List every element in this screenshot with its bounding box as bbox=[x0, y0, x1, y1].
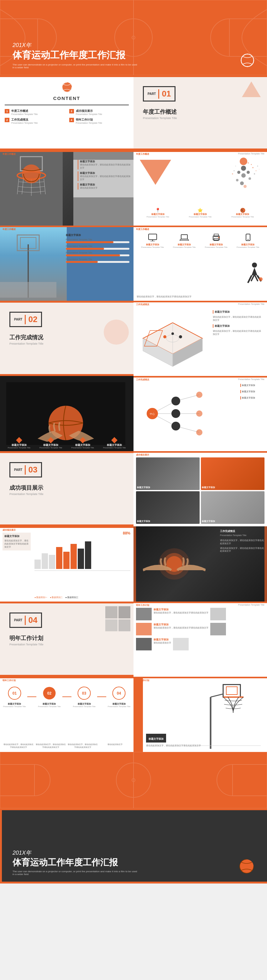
circle-line-3 bbox=[97, 697, 106, 697]
hands-stat-4: 标题文字添加 Presentation Template Title bbox=[103, 438, 126, 449]
index-text-3: 工作完成情况 Presentation Template Title bbox=[11, 118, 38, 124]
final-left-bar bbox=[0, 810, 2, 881]
icon-val-1: 标题文字添加 bbox=[147, 213, 169, 216]
index-sub-4: Presentation Template Title bbox=[76, 122, 102, 124]
left-accent bbox=[134, 527, 136, 601]
svg-point-28 bbox=[256, 170, 257, 171]
index-sub-3: Presentation Template Title bbox=[11, 122, 38, 124]
bar-6 bbox=[70, 544, 77, 569]
chart-box-text: 请在此处添加文字，请在此处添加文字请在此处添加文字 bbox=[5, 539, 29, 549]
photo-2-label: 标题文字添加 bbox=[202, 486, 215, 489]
part02-num: 02 bbox=[28, 315, 37, 324]
svg-point-61 bbox=[163, 335, 167, 338]
icon-monitor-block: 标题文字添加 Presentation Template Title bbox=[141, 234, 164, 248]
chart-left-box: 标题文字添加 请在此处添加文字，请在此处添加文字请在此处添加文字 bbox=[3, 533, 31, 550]
final-desc: The user can demonstrate on a projector … bbox=[13, 870, 138, 876]
part01-subtitle: Presentation Template Title bbox=[143, 116, 177, 120]
circle-label-1: 标题文字添加 bbox=[3, 702, 26, 706]
hoop-line-title: 标题文字添加 bbox=[80, 160, 131, 163]
monitor-icon bbox=[148, 234, 157, 241]
flow-top-bar bbox=[134, 376, 267, 377]
index-num-3: 2 bbox=[5, 118, 10, 122]
final-title: 体育运动工作年度工作汇报 bbox=[13, 857, 138, 869]
part02-divider bbox=[25, 315, 26, 324]
slide-row-7: PART 03 成功项目展示 Presentation Template Tit… bbox=[0, 451, 267, 527]
outdoor-label: 年度工作概述 bbox=[3, 228, 16, 231]
slide-info-thumbs: 明年工作计划 Presentation Template Title 标题文字添… bbox=[134, 601, 267, 677]
icon-pin: 📍 bbox=[147, 208, 169, 213]
index-content: CONTENT 1 年度工作概述 Presentation Template T… bbox=[0, 77, 134, 127]
svg-point-20 bbox=[237, 171, 240, 174]
thumbs-top-bar bbox=[134, 601, 267, 603]
flow-sub-label: Presentation Template Title bbox=[238, 378, 264, 380]
prog-label-1: Presentation Template Title bbox=[66, 239, 129, 240]
hoop-line-sub2: 请在此处添加文字，请在此处添加文字请在此处添加文字 bbox=[80, 175, 131, 181]
bar-2 bbox=[42, 553, 48, 569]
mini-photo-3 bbox=[105, 619, 118, 632]
index-title: CONTENT bbox=[5, 95, 129, 101]
action-text: 工作完成情况 Presentation Template Title 请在此处添… bbox=[220, 530, 264, 553]
slide-row-10: 明年工作计划 01 标题文字添加 Presentation Template T… bbox=[0, 677, 267, 752]
player-icon-2: ⭐ 标题文字添加 Presentation Template Title bbox=[189, 208, 211, 218]
part01-label-box: PART 01 bbox=[143, 86, 175, 102]
svg-rect-41 bbox=[0, 282, 56, 298]
part01-num: 01 bbox=[162, 89, 171, 99]
index-grid: 1 年度工作概述 Presentation Template Title 3 成… bbox=[5, 109, 129, 124]
svg-point-36 bbox=[235, 166, 236, 166]
index-sub-2: Presentation Template Title bbox=[76, 113, 102, 115]
circ-desc-3: 请在此处添加文字，请在此处添加文字请在此处添加文字 bbox=[68, 743, 99, 749]
circle-4: 04 标题文字添加 Presentation Template Title bbox=[108, 686, 130, 708]
svg-point-76 bbox=[172, 422, 180, 431]
flow-desc-1: 标题文字添加 bbox=[240, 384, 265, 387]
hands-stats-row: 标题文字添加 Presentation Template Title 标题文字添… bbox=[3, 438, 130, 449]
monitor-label: 标题文字添加 bbox=[141, 243, 164, 246]
circle-label-4: 标题文字添加 bbox=[108, 702, 130, 706]
slide-row-6: 标题文字添加 Presentation Template Title 标题文字添… bbox=[0, 376, 267, 451]
part04-num: 04 bbox=[28, 615, 37, 625]
phone-sub: Presentation Template Title bbox=[237, 246, 259, 248]
index-item-4: 4 明年工作计划 Presentation Template Title bbox=[69, 118, 129, 124]
index-num-4: 4 bbox=[69, 118, 74, 122]
circle-sub-4: Presentation Template Title bbox=[108, 706, 130, 708]
cover-description: The user can demonstrate on a projector … bbox=[13, 63, 138, 69]
diamond-1 bbox=[16, 437, 22, 443]
3d-court-area bbox=[134, 307, 214, 370]
chart-legend: ● 数据类别一 ● 数据类别二 ● 数据类别三 bbox=[35, 596, 130, 599]
diamond-4 bbox=[111, 437, 118, 443]
svg-point-63 bbox=[172, 332, 174, 335]
photo-4-bg bbox=[201, 491, 264, 524]
hands-stat-1: 标题文字添加 Presentation Template Title bbox=[8, 438, 30, 449]
svg-point-74 bbox=[172, 397, 180, 406]
index-basketball bbox=[61, 82, 72, 93]
hoop-top-bar bbox=[0, 150, 134, 152]
index-main-1: 年度工作概述 bbox=[11, 109, 38, 113]
prog-label-3: Presentation Template Title bbox=[66, 251, 129, 254]
slide-dark-action: 工作完成情况 Presentation Template Title 请在此处添… bbox=[134, 527, 267, 601]
part01-title-block: 年度工作概述 Presentation Template Title bbox=[143, 108, 177, 120]
outdoor-top-bar bbox=[0, 226, 134, 227]
thumb-img-1 bbox=[136, 608, 152, 620]
circle-label-3: 标题文字添加 bbox=[73, 702, 95, 706]
hoop-line-title2: 标题文字添加 bbox=[80, 171, 131, 175]
3d-title-1: 标题文字添加 bbox=[213, 310, 263, 313]
outdoor-progress-1: Presentation Template Title bbox=[66, 239, 129, 243]
bar-1 bbox=[35, 560, 41, 569]
svg-point-33 bbox=[257, 166, 258, 167]
part03-divider bbox=[25, 465, 26, 475]
circles-texts: 请在此处添加文字，请在此处添加文字请在此处添加文字 请在此处添加文字，请在此处添… bbox=[3, 743, 130, 749]
printer-label: 标题文字添加 bbox=[205, 243, 227, 246]
player-silhouette bbox=[245, 262, 264, 293]
svg-line-93 bbox=[211, 694, 223, 697]
icon-sub-2: Presentation Template Title bbox=[189, 216, 211, 218]
part03-title: 成功项目展示 bbox=[10, 484, 43, 492]
hoop-line-3: 标题文字添加 请在此处添加文字 bbox=[78, 183, 131, 189]
slide-row-2: CONTENT 1 年度工作概述 Presentation Template T… bbox=[0, 75, 267, 150]
diamond-2 bbox=[48, 437, 54, 443]
thumb-img-2 bbox=[136, 623, 152, 635]
grid-label: 成功项目展示 bbox=[136, 453, 149, 457]
hoop-side-desc: 请在此处添加文字，请在此处添加文字请在此处添加文字 bbox=[146, 744, 264, 747]
part04-title: 明年工作计划 bbox=[10, 635, 43, 642]
part02-subtitle: Presentation Template Title bbox=[10, 342, 43, 345]
stat-sub-3: Presentation Template Title bbox=[72, 447, 94, 449]
3d-content-right: 标题文字添加 请在此处添加文字，请在此处添加文字请在此处添加文字 标题文字添加 … bbox=[211, 309, 264, 337]
